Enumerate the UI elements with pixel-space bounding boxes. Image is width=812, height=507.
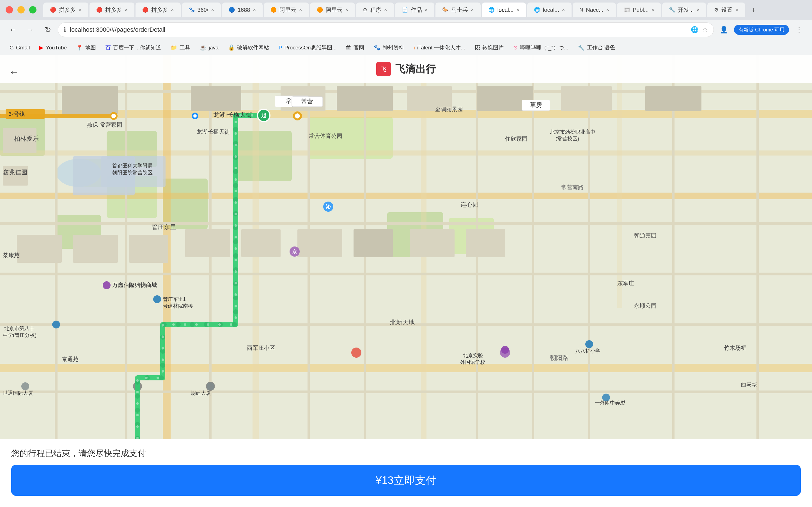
svg-text:荼康苑: 荼康苑: [3, 252, 20, 258]
close-button[interactable]: [6, 6, 13, 13]
tab[interactable]: 🔧 开发... ×: [662, 3, 706, 17]
bookmark-label: YouTube: [46, 45, 67, 51]
refresh-button[interactable]: ↻: [41, 22, 55, 37]
tab-close-icon[interactable]: ×: [516, 7, 519, 13]
tab-close-icon[interactable]: ×: [211, 7, 214, 13]
crack-favicon: 🔓: [228, 44, 235, 51]
tab[interactable]: 🐎 马士兵 ×: [435, 3, 481, 17]
tab[interactable]: 🔵 1688 ×: [222, 3, 263, 17]
svg-rect-52: [466, 229, 505, 257]
tab[interactable]: N Nacc... ×: [573, 3, 616, 17]
tab-favicon: 🌐: [534, 7, 540, 13]
bookmark-star-icon[interactable]: ☆: [702, 26, 708, 34]
bookmark-label: 百度一下，你就知道: [113, 44, 161, 51]
url-text[interactable]: localhost:3000/#/pages/orderDetail: [70, 26, 687, 34]
active-tab[interactable]: 🌐 local... ×: [482, 3, 526, 17]
bookmark-label: 地图: [85, 44, 96, 51]
maximize-button[interactable]: [29, 6, 37, 13]
new-tab-button[interactable]: +: [746, 3, 761, 17]
address-bar[interactable]: ℹ localhost:3000/#/pages/orderDetail 🌐 ☆: [58, 22, 714, 37]
more-menu-button[interactable]: ⋮: [792, 22, 806, 37]
tab-favicon: 🔴: [50, 7, 56, 13]
svg-text:京: 京: [292, 249, 297, 254]
bookmark-official[interactable]: 🏛 官网: [342, 42, 368, 53]
official-favicon: 🏛: [346, 45, 351, 51]
svg-point-62: [193, 114, 197, 118]
bookmark-maps[interactable]: 📍 地图: [72, 42, 100, 53]
svg-point-118: [206, 382, 214, 390]
profile-button[interactable]: 👤: [716, 22, 731, 37]
tab-close-icon[interactable]: ×: [471, 7, 474, 13]
tab-close-icon[interactable]: ×: [735, 7, 739, 13]
bookmark-java[interactable]: ☕ java: [196, 43, 223, 53]
tab-close-icon[interactable]: ×: [299, 7, 302, 13]
tab-title: 作品: [411, 6, 422, 14]
tab-close-icon[interactable]: ×: [253, 7, 256, 13]
tab-close-icon[interactable]: ×: [425, 7, 428, 13]
svg-text:常营体育公园: 常营体育公园: [309, 133, 342, 139]
bookmark-crack[interactable]: 🔓 破解软件网站: [224, 42, 273, 53]
bookmark-baidu[interactable]: 百 百度一下，你就知道: [102, 42, 165, 53]
svg-text:万鑫佰隆购物商城: 万鑫佰隆购物商城: [112, 282, 157, 288]
gmail-favicon: G: [9, 45, 14, 51]
tab-close-icon[interactable]: ×: [384, 7, 387, 13]
java-favicon: ☕: [200, 44, 206, 51]
svg-text:朗廷大厦: 朗廷大厦: [191, 390, 211, 396]
tab[interactable]: 🌐 local... ×: [527, 3, 571, 17]
bookmark-label: 官网: [354, 44, 364, 51]
bottom-panel: 您的行程已结束，请您尽快完成支付 ¥13立即支付: [0, 439, 812, 507]
bookmark-shenzhou[interactable]: 🐾 神州资料: [370, 42, 408, 53]
bookmark-gmail[interactable]: G Gmail: [6, 43, 34, 53]
translate-icon[interactable]: 🌐: [691, 26, 698, 34]
svg-rect-54: [73, 235, 118, 263]
chrome-update-badge[interactable]: 有新版 Chrome 可用: [734, 25, 789, 35]
tab-close-icon[interactable]: ×: [651, 7, 654, 13]
svg-text:鑫兆佳园: 鑫兆佳园: [3, 169, 27, 176]
svg-text:(常营校区): (常营校区): [556, 136, 579, 142]
tab[interactable]: 🐾 360/ ×: [182, 3, 221, 17]
forward-nav-button[interactable]: →: [23, 22, 38, 37]
bookmark-convert[interactable]: 🖼 转换图片: [471, 42, 508, 53]
tab[interactable]: 📰 Publ... ×: [617, 3, 661, 17]
bookmark-processon[interactable]: P ProcessOn思维导图...: [275, 42, 340, 53]
tab-close-icon[interactable]: ×: [78, 7, 82, 13]
tab-title: 拼多多: [105, 6, 122, 14]
svg-text:竹木场桥: 竹木场桥: [724, 345, 746, 351]
tab[interactable]: 🟠 阿里云 ×: [310, 3, 355, 17]
tab[interactable]: 🔴 拼多多 ×: [89, 3, 135, 17]
tab[interactable]: ⚙ 设置 ×: [707, 3, 745, 17]
tab[interactable]: 🟠 阿里云 ×: [264, 3, 309, 17]
back-button[interactable]: ←: [6, 63, 22, 80]
bilibili-favicon: ⊙: [513, 44, 518, 51]
tab[interactable]: 📄 作品 ×: [395, 3, 435, 17]
pay-button[interactable]: ¥13立即支付: [11, 465, 801, 496]
bookmark-tools[interactable]: 📁 工具: [167, 42, 194, 53]
tab-close-icon[interactable]: ×: [346, 7, 349, 13]
bookmark-yuque[interactable]: 🔧 工作台·语雀: [574, 42, 619, 53]
svg-text:中学(管庄分校): 中学(管庄分校): [3, 332, 37, 338]
svg-text:管庄东里: 管庄东里: [151, 223, 176, 230]
bookmark-label: java: [209, 45, 218, 51]
tab[interactable]: ⚙ 程序 ×: [356, 3, 394, 17]
tab-favicon: N: [579, 7, 583, 13]
svg-text:号建材院南楼: 号建材院南楼: [163, 303, 193, 309]
window-controls: [6, 6, 37, 13]
minimize-button[interactable]: [17, 6, 25, 13]
tab-title: Publ...: [633, 7, 649, 13]
bookmark-italent[interactable]: i iTalent 一体化人才...: [410, 42, 469, 53]
tab-close-icon[interactable]: ×: [562, 7, 565, 13]
svg-text:管庄东里1: 管庄东里1: [163, 296, 186, 302]
tab-close-icon[interactable]: ×: [697, 7, 700, 13]
youtube-favicon: ▶: [39, 44, 44, 51]
tab-close-icon[interactable]: ×: [606, 7, 610, 13]
svg-text:永顺公园: 永顺公园: [634, 303, 657, 309]
tab[interactable]: 🔴 拼多多 ×: [135, 3, 181, 17]
tab-close-icon[interactable]: ×: [171, 7, 174, 13]
tab[interactable]: 🔴 拼多多 ×: [43, 3, 88, 17]
tab-favicon: 🐾: [189, 7, 195, 13]
bookmark-label: Gmail: [16, 45, 30, 51]
bookmark-bilibili[interactable]: ⊙ 哔哩哔哩（"_"）つ...: [509, 42, 572, 53]
tab-close-icon[interactable]: ×: [125, 7, 128, 13]
back-nav-button[interactable]: ←: [6, 22, 20, 37]
bookmark-youtube[interactable]: ▶ YouTube: [35, 43, 71, 53]
